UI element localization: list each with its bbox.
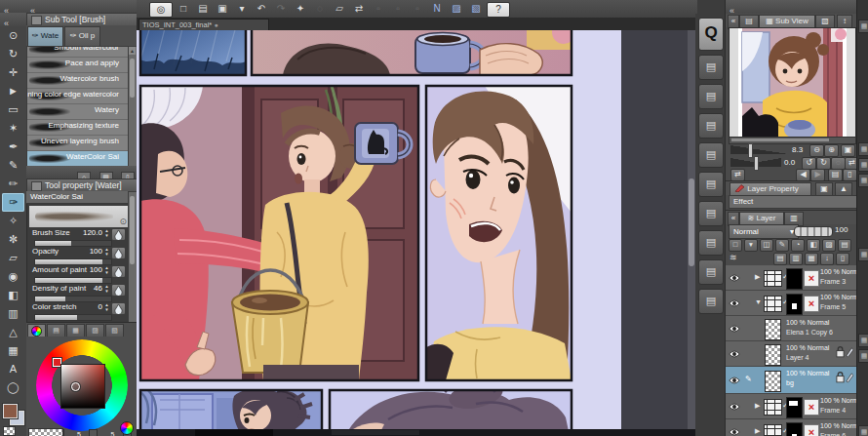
amount-of-paint-slider[interactable]: Amount of paint 100 ▲▼ (28, 265, 128, 284)
transform-icon[interactable]: ⇄ (350, 2, 368, 16)
layer-palette-icon[interactable]: ▤ (838, 239, 851, 252)
layer-reference-icon[interactable]: ◫ (760, 239, 773, 252)
quick-access-button-3[interactable]: ▤ (698, 113, 724, 139)
layer-lock-alpha-icon[interactable]: ◧ (807, 239, 820, 252)
layer-thumbnail[interactable] (786, 422, 803, 436)
layer-row-frame-5[interactable]: ▼ ✓ × 100 % NormalFrame 5 (726, 291, 857, 316)
layer-row-bg[interactable]: ✎ 100 % Normalbg (726, 367, 857, 394)
scrollbar-thumb[interactable] (130, 196, 135, 264)
new-vector-layer-icon[interactable]: ▥ (789, 253, 803, 265)
layer-thumbnail[interactable] (765, 371, 781, 392)
fill-icon[interactable]: ◌ (311, 2, 329, 16)
visibility-eye-icon[interactable] (729, 427, 740, 436)
mask-disabled-icon[interactable]: × (804, 296, 819, 312)
app-logo-icon[interactable]: ◎ (149, 2, 173, 18)
expand-arrow-icon[interactable]: ▶ (755, 273, 760, 281)
save-dropdown-icon[interactable]: ▾ (233, 2, 251, 16)
collapsed-palette-icon-2[interactable]: ▦ (858, 142, 868, 156)
collapsed-palette-icon-5[interactable]: ▦ (858, 248, 868, 261)
density-of-paint-slider[interactable]: Density of paint 46 ▲▼ (28, 284, 128, 302)
brush-list-item[interactable]: Watercolor brush (27, 73, 129, 89)
pen-pressure-button[interactable] (111, 284, 126, 297)
layer-mask-icon[interactable]: ▨ (822, 239, 836, 252)
visibility-eye-icon[interactable] (729, 402, 740, 412)
tool-balloon[interactable]: ◯ (2, 378, 24, 397)
snap-ruler-icon[interactable]: ▨ (448, 2, 465, 16)
tool-text[interactable]: A (2, 360, 24, 378)
stepper-icons[interactable]: ▲▼ (103, 265, 110, 276)
brush-size-slider[interactable]: Brush Size 120.0 ▲▼ (28, 228, 128, 247)
tool-move[interactable]: ✛ (2, 63, 24, 82)
clear-icon[interactable]: ✦ (292, 2, 309, 16)
tool-eraser[interactable]: ▱ (2, 249, 24, 267)
panel-menu-icon[interactable] (31, 181, 42, 191)
layer-row-frame-6[interactable]: ▶ ✓ × 100 % NormalFrame 6 (726, 419, 857, 436)
color-stretch-slider[interactable]: Color stretch 0 ▲▼ (28, 302, 128, 321)
subtool-tab-watercolor[interactable]: ✑ Wate (27, 26, 63, 47)
pen-pressure-button[interactable] (111, 265, 126, 278)
layer-dropdown-icon[interactable]: ▾ (744, 239, 758, 252)
slider-value[interactable]: 46 (75, 284, 102, 293)
tool-pen[interactable]: ✎ (2, 156, 24, 175)
quick-access-button-6[interactable]: ▤ (698, 201, 724, 226)
tool-blend[interactable]: ◉ (2, 267, 24, 286)
disabled-icon-1[interactable]: ▫ (370, 2, 387, 16)
collapsed-palette-icon-6[interactable]: ▦ (858, 334, 868, 347)
visibility-eye-icon[interactable] (729, 298, 740, 308)
quick-access-button-5[interactable]: ▤ (698, 172, 724, 197)
opacity-slider[interactable]: Opacity 100 ▲▼ (28, 247, 128, 265)
navigator-preview[interactable] (729, 27, 856, 139)
slider-value[interactable]: 100 (75, 265, 102, 274)
layer-thumbnail[interactable] (765, 319, 781, 340)
snap-special-icon[interactable]: ▧ (467, 2, 485, 16)
mask-disabled-icon[interactable]: × (804, 399, 819, 416)
tool-marquee[interactable]: ▭ (2, 100, 24, 119)
layer-draft-icon[interactable]: ✎ (775, 239, 789, 252)
slider-track[interactable] (34, 314, 112, 321)
brush-list-item[interactable]: Smooth watercolor (27, 46, 129, 58)
layer-clip-icon[interactable]: ◔ (791, 239, 805, 252)
slider-value[interactable]: 100 (75, 247, 102, 256)
layer-name[interactable]: Elena 1 Copy 6 (786, 328, 833, 337)
collapsed-palette-icon-7[interactable]: ▦ (858, 349, 868, 363)
expand-arrow-icon[interactable]: ▼ (755, 298, 762, 305)
disabled-icon-2[interactable]: ▫ (389, 2, 407, 16)
right-panel-header[interactable]: « (726, 0, 857, 15)
lock-icon[interactable] (836, 345, 853, 358)
tool-zoom[interactable]: ⊙ (2, 26, 24, 45)
layer-list-mode-icon[interactable]: ≋ (730, 253, 737, 262)
tool-airbrush[interactable]: ✧ (2, 212, 24, 230)
rotation-angle[interactable]: 0.0 (784, 158, 795, 167)
layer-opacity-value[interactable]: 100 (835, 225, 848, 234)
panel-collapse-bar-1[interactable]: « (0, 0, 26, 14)
tool-auto-select[interactable]: ✶ (2, 119, 24, 138)
stepper-icons[interactable]: ▲▼ (103, 228, 110, 239)
snap-curve-icon[interactable]: N (428, 2, 446, 16)
effect-row[interactable]: Effect (729, 195, 860, 209)
brush-list-item[interactable]: WaterColor Sai (27, 151, 129, 167)
new-folder-icon[interactable]: ▦ (805, 253, 818, 265)
saturation-value-square[interactable] (60, 364, 105, 409)
quick-access-button-2[interactable]: ▤ (698, 84, 724, 109)
collapsed-palette-icon-1[interactable]: ▦ (858, 20, 868, 33)
pen-pressure-button[interactable] (111, 302, 126, 315)
quick-access-button-9[interactable]: ▤ (698, 289, 724, 314)
new-raster-layer-icon[interactable]: ▤ (773, 253, 787, 265)
stepper-icons[interactable]: ▲▼ (103, 284, 110, 295)
collapsed-palette-icon-8[interactable]: ▦ (858, 425, 868, 436)
mask-disabled-icon[interactable]: × (804, 424, 819, 436)
stepper-icons[interactable]: ▲▼ (103, 302, 110, 313)
foreground-color-swatch[interactable] (3, 404, 18, 418)
artwork-canvas[interactable] (137, 30, 695, 436)
subtool-tab-oil[interactable]: ✑ Oil p (64, 26, 100, 47)
brush-preview[interactable]: ⊙ (28, 205, 130, 228)
slider-value[interactable]: 0 (75, 302, 102, 311)
save-file-icon[interactable]: ▣ (214, 2, 231, 16)
erase-icon[interactable]: ▱ (331, 2, 348, 16)
visibility-eye-icon[interactable] (729, 273, 740, 283)
slider-track[interactable] (34, 240, 112, 247)
new-file-icon[interactable]: □ (175, 2, 192, 16)
layer-name[interactable]: bg (786, 378, 829, 388)
layer-row-layer-4[interactable]: 100 % NormalLayer 4 (726, 341, 857, 367)
brush-list-item[interactable]: Emphasizing texture (27, 120, 129, 136)
